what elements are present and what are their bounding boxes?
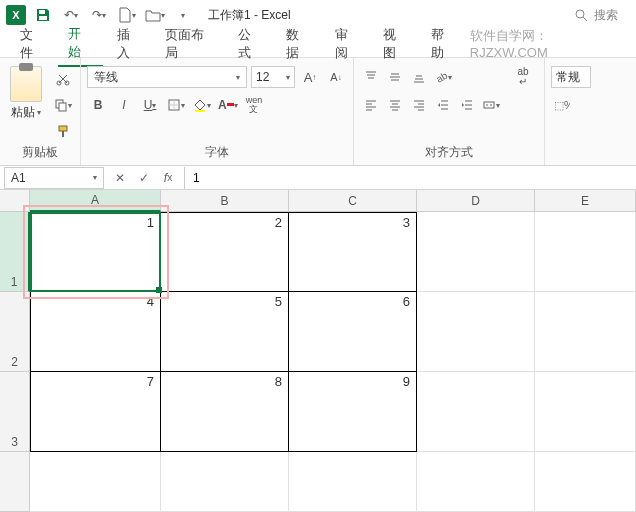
- search-box[interactable]: 搜索: [562, 4, 630, 27]
- formula-input[interactable]: [184, 167, 636, 189]
- copy-button[interactable]: ▾: [52, 94, 74, 116]
- row-header-3[interactable]: 3: [0, 372, 30, 452]
- cell-d1[interactable]: [417, 212, 535, 292]
- ribbon-tabs: 文件 开始 插入 页面布局 公式 数据 审阅 视图 帮助 软件自学网：RJZXW…: [0, 30, 636, 58]
- svg-rect-0: [39, 10, 45, 14]
- cancel-formula-button[interactable]: ✕: [108, 167, 132, 189]
- row-header-4[interactable]: [0, 452, 30, 512]
- ribbon: 粘贴▾ ▾ 剪贴板 等线▾ 12▾ A↑ A↓ B I: [0, 58, 636, 166]
- ribbon-group-font: 等线▾ 12▾ A↑ A↓ B I U▾ ▾ ▾ A▾ wen 文 字体: [81, 58, 354, 165]
- svg-rect-13: [195, 110, 205, 112]
- cell-e4[interactable]: [535, 452, 636, 512]
- cell-b4[interactable]: [161, 452, 289, 512]
- shrink-font-button[interactable]: A↓: [325, 66, 347, 88]
- col-header-c[interactable]: C: [289, 190, 417, 212]
- search-placeholder: 搜索: [594, 7, 618, 24]
- bold-button[interactable]: B: [87, 94, 109, 116]
- align-right-button[interactable]: [408, 94, 430, 116]
- fill-color-button[interactable]: ▾: [191, 94, 213, 116]
- ribbon-group-number: 常规 ⬚%: [545, 58, 597, 165]
- svg-point-2: [576, 10, 584, 18]
- orientation-button[interactable]: ab▾: [432, 66, 454, 88]
- cell-a4[interactable]: [30, 452, 161, 512]
- cell-b3[interactable]: 8: [161, 372, 289, 452]
- number-format-select[interactable]: 常规: [551, 66, 591, 88]
- svg-rect-1: [39, 16, 47, 20]
- borders-button[interactable]: ▾: [165, 94, 187, 116]
- ribbon-group-clipboard: 粘贴▾ ▾ 剪贴板: [0, 58, 81, 165]
- wrap-text-button[interactable]: ab ↵: [512, 66, 534, 88]
- align-top-button[interactable]: [360, 66, 382, 88]
- search-icon: [574, 8, 588, 22]
- fx-button[interactable]: fx: [156, 167, 180, 189]
- font-size-select[interactable]: 12▾: [251, 66, 295, 88]
- cell-e3[interactable]: [535, 372, 636, 452]
- alignment-label: 对齐方式: [360, 142, 538, 163]
- cell-e1[interactable]: [535, 212, 636, 292]
- cell-d2[interactable]: [417, 292, 535, 372]
- font-color-button[interactable]: A▾: [217, 94, 239, 116]
- cell-a2[interactable]: 4: [30, 292, 161, 372]
- svg-rect-8: [59, 126, 67, 131]
- cell-e2[interactable]: [535, 292, 636, 372]
- worksheet-grid: A B C D E 1 1 2 3 2 4 5 6 3 7 8 9: [0, 190, 636, 512]
- currency-button[interactable]: ⬚%: [551, 94, 573, 116]
- row-header-1[interactable]: 1: [0, 212, 30, 292]
- increase-indent-button[interactable]: [456, 94, 478, 116]
- align-bottom-button[interactable]: [408, 66, 430, 88]
- cell-d3[interactable]: [417, 372, 535, 452]
- svg-rect-9: [62, 131, 64, 137]
- merge-cells-button[interactable]: ▾: [480, 94, 502, 116]
- col-header-e[interactable]: E: [535, 190, 636, 212]
- name-box[interactable]: A1▾: [4, 167, 104, 189]
- align-middle-button[interactable]: [384, 66, 406, 88]
- phonetic-button[interactable]: wen 文: [243, 94, 265, 116]
- underline-button[interactable]: U▾: [139, 94, 161, 116]
- cell-b1[interactable]: 2: [161, 212, 289, 292]
- cell-a1[interactable]: 1: [30, 212, 161, 292]
- cell-c3[interactable]: 9: [289, 372, 417, 452]
- svg-text:⬚%: ⬚%: [554, 99, 570, 111]
- svg-rect-7: [59, 103, 66, 111]
- enter-formula-button[interactable]: ✓: [132, 167, 156, 189]
- decrease-indent-button[interactable]: [432, 94, 454, 116]
- select-all-corner[interactable]: [0, 190, 30, 212]
- cell-c4[interactable]: [289, 452, 417, 512]
- italic-button[interactable]: I: [113, 94, 135, 116]
- svg-text:ab: ab: [434, 70, 448, 84]
- paste-button[interactable]: 粘贴▾: [11, 104, 41, 121]
- svg-rect-42: [484, 102, 494, 108]
- cut-button[interactable]: [52, 68, 74, 90]
- cell-b2[interactable]: 5: [161, 292, 289, 372]
- font-label: 字体: [87, 142, 347, 163]
- watermark-text: 软件自学网：RJZXW.COM: [470, 27, 626, 60]
- align-center-button[interactable]: [384, 94, 406, 116]
- grow-font-button[interactable]: A↑: [299, 66, 321, 88]
- cell-c2[interactable]: 6: [289, 292, 417, 372]
- paste-icon: [10, 66, 42, 102]
- align-left-button[interactable]: [360, 94, 382, 116]
- formula-bar: A1▾ ✕ ✓ fx: [0, 166, 636, 190]
- font-name-select[interactable]: 等线▾: [87, 66, 247, 88]
- svg-line-3: [583, 17, 587, 21]
- col-header-b[interactable]: B: [161, 190, 289, 212]
- row-header-2[interactable]: 2: [0, 292, 30, 372]
- cell-c1[interactable]: 3: [289, 212, 417, 292]
- cell-a3[interactable]: 7: [30, 372, 161, 452]
- ribbon-group-alignment: ab▾ ▾ ab ↵ 对齐方式: [354, 58, 545, 165]
- format-painter-button[interactable]: [52, 120, 74, 142]
- clipboard-label: 剪贴板: [6, 142, 74, 163]
- col-header-a[interactable]: A: [30, 190, 161, 212]
- col-header-d[interactable]: D: [417, 190, 535, 212]
- cell-d4[interactable]: [417, 452, 535, 512]
